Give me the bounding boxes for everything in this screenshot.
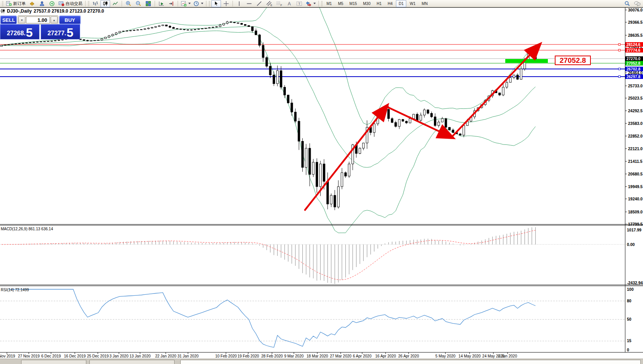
vertical-line-button[interactable] — [234, 0, 244, 7]
candle — [441, 118, 443, 122]
shapes-button[interactable] — [304, 0, 317, 7]
buy-button[interactable]: BUY — [59, 15, 81, 25]
highlight-band[interactable] — [505, 59, 548, 63]
candle — [398, 120, 400, 126]
auto-scroll-button[interactable] — [157, 0, 166, 7]
timeframe-m30[interactable]: M30 — [360, 0, 373, 7]
bar-chart-button[interactable] — [91, 0, 100, 7]
indicators-button[interactable] — [180, 0, 192, 7]
text-label-button[interactable]: T — [294, 0, 304, 7]
candle — [391, 118, 393, 122]
signals-button[interactable] — [47, 0, 57, 7]
chat-button[interactable] — [632, 0, 642, 7]
candle — [183, 30, 185, 30]
price-annotation-label[interactable]: 27052.8 — [555, 56, 591, 65]
autotrade-button[interactable]: 自动交易 — [57, 0, 84, 7]
equidistant-channel-button[interactable]: E — [264, 0, 274, 7]
text-tool-button[interactable]: A — [284, 0, 294, 7]
level-line-handle[interactable] — [618, 44, 620, 46]
candle — [140, 30, 142, 30]
candle — [284, 87, 285, 95]
candle — [534, 57, 536, 59]
chart-tab-active[interactable] — [180, 360, 641, 364]
candlestick-chart-button[interactable] — [101, 0, 110, 7]
text-tool-letter: A — [288, 1, 291, 7]
crosshair-button[interactable] — [221, 0, 231, 7]
volume-decrease-button[interactable]: ▼ — [18, 16, 25, 23]
candle — [413, 114, 415, 118]
candle — [520, 69, 522, 79]
candle — [147, 28, 149, 29]
timeframe-w1[interactable]: W1 — [407, 0, 418, 7]
zoom-out-button[interactable] — [134, 0, 143, 7]
symbol-chart-icon — [1, 9, 5, 13]
trend-arrow[interactable] — [305, 107, 386, 210]
candle — [43, 41, 45, 42]
fibonacci-button[interactable]: F — [274, 0, 284, 7]
toolbar-separator — [318, 1, 319, 7]
volume-increase-button[interactable]: ▲ — [51, 16, 58, 23]
buy-price-display[interactable]: 27277. 5 — [41, 24, 80, 39]
chart-tab[interactable] — [21, 360, 86, 364]
level-line-handle[interactable] — [618, 68, 620, 70]
zoom-in-button[interactable] — [124, 0, 133, 7]
timeframe-m5[interactable]: M5 — [335, 0, 346, 7]
candle — [409, 118, 411, 123]
level-line-handle[interactable] — [618, 76, 620, 78]
chart-tab[interactable] — [89, 360, 175, 364]
horizontal-line-button[interactable] — [244, 0, 254, 7]
profiles-button[interactable] — [27, 0, 37, 7]
date-label: 18 Mar 2020 — [307, 354, 328, 358]
candle — [130, 31, 132, 31]
candle — [463, 126, 465, 135]
crosshair-icon — [223, 1, 229, 7]
sell-button[interactable]: SELL — [0, 15, 17, 25]
chart-shift-button[interactable] — [167, 0, 176, 7]
trend-arrow[interactable] — [452, 45, 539, 137]
tile-windows-button[interactable] — [143, 0, 153, 7]
timeframe-mn[interactable]: MN — [419, 0, 430, 7]
date-label: 16 Dec 2019 — [64, 354, 86, 358]
candle — [104, 37, 106, 39]
rsi-axis-label: 50 — [627, 317, 631, 321]
candle — [513, 75, 515, 78]
label-letter: T — [298, 2, 300, 6]
timeframe-d1[interactable]: D1 — [396, 0, 406, 7]
market-watch-button[interactable] — [37, 0, 47, 7]
timeframe-m1[interactable]: M1 — [324, 0, 335, 7]
price-badge-label: 27052.8 — [627, 61, 641, 66]
line-chart-button[interactable] — [110, 0, 120, 7]
level-line-handle[interactable] — [618, 49, 620, 51]
sell-price-display[interactable]: 27268. 5 — [0, 24, 40, 39]
fibo-letter: F — [280, 4, 282, 7]
candle — [406, 121, 407, 123]
timeframe-h1[interactable]: H1 — [374, 0, 384, 7]
fibonacci-icon: F — [276, 1, 282, 7]
candle — [244, 25, 246, 26]
trendline-button[interactable] — [254, 0, 264, 7]
trendline-icon — [256, 1, 262, 7]
volume-input[interactable]: 1.00 — [26, 16, 50, 23]
profiles-icon — [29, 1, 35, 7]
periods-button[interactable] — [192, 0, 204, 7]
candle — [198, 29, 199, 30]
candle — [241, 23, 242, 25]
mt4-window: 新订单 — [0, 0, 643, 364]
timeframe-h4[interactable]: H4 — [385, 0, 396, 7]
date-label: 13 Jan 2020 — [129, 354, 150, 358]
price-tick-label: 18509.0 — [628, 210, 643, 214]
chart-canvas[interactable]: 30076.029366.528635.527904.526464.025733… — [0, 0, 643, 364]
toolbar-separator — [232, 1, 233, 7]
price-tick-label: 25023.5 — [628, 96, 643, 100]
search-button[interactable] — [622, 0, 632, 7]
cursor-button[interactable] — [211, 0, 221, 7]
bar-chart-icon — [92, 1, 98, 7]
candle — [126, 31, 128, 31]
timeframe-m15[interactable]: M15 — [347, 0, 359, 7]
candle — [359, 148, 361, 154]
candle — [402, 120, 404, 121]
line-chart-icon — [112, 1, 118, 7]
candle — [430, 113, 432, 117]
new-order-button[interactable]: 新订单 — [5, 0, 27, 7]
macd-axis-label: 1017.99 — [627, 228, 641, 232]
